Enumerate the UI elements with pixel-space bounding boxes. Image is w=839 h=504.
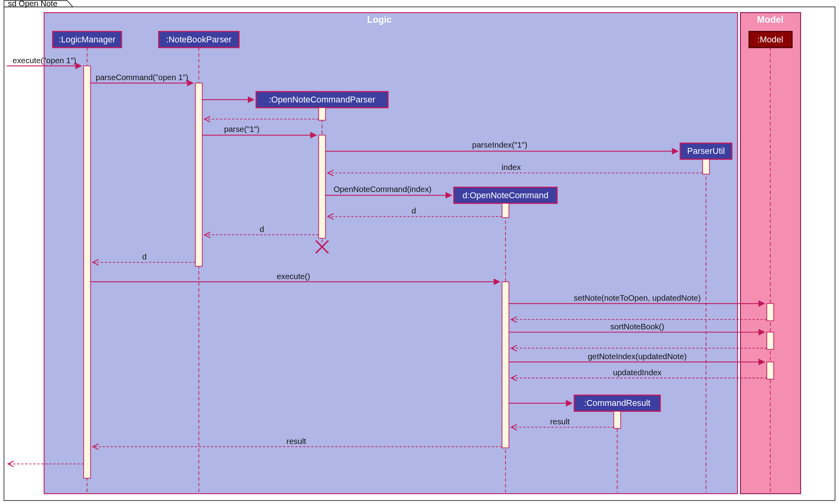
msg-create-cmd-label: OpenNoteCommand(index)	[333, 185, 432, 194]
diagram-title: sd Open Note	[8, 0, 57, 8]
msg-return-d1-label: d	[412, 206, 416, 215]
msg-execute-open-label: execute("open 1")	[13, 56, 76, 64]
msg-getnoteindex-label: getNoteIndex(updatedNote)	[588, 352, 687, 361]
participant-commandresult-label: :CommandResult	[584, 398, 650, 408]
msg-return-d2-label: d	[260, 225, 264, 234]
participant-notebookparser-label: :NoteBookParser	[166, 35, 232, 44]
msg-return-d3-label: d	[142, 252, 147, 261]
msg-parseindex-label: parseIndex("1")	[472, 141, 527, 149]
msg-index-label: index	[502, 163, 521, 172]
msg-updatedindex-label: updatedIndex	[613, 368, 662, 377]
participant-opennotecommandparser-label: :OpenNoteCommandParser	[269, 95, 375, 104]
act-model-2	[767, 332, 774, 349]
msg-parse-label: parse("1")	[224, 125, 259, 133]
act-model-1	[767, 303, 774, 321]
model-frame-title: Model	[757, 15, 783, 25]
participant-parserutil-label: ParserUtil	[687, 146, 725, 156]
msg-result-label1: result	[550, 417, 570, 426]
participant-model-label: :Model	[757, 35, 783, 44]
msg-parsecommand-label: parseCommand("open 1")	[96, 73, 189, 82]
logic-frame	[44, 13, 738, 494]
act-model-3	[767, 362, 774, 379]
msg-execute-cmd-label: execute()	[277, 272, 310, 281]
participant-logicmanager-label: :LogicManager	[59, 35, 115, 44]
act-opennotecommand-2	[502, 282, 509, 448]
msg-setnote-label: setNote(noteToOpen, updatedNote)	[574, 294, 701, 302]
act-notebookparser	[195, 83, 202, 267]
msg-sortnotebook-label: sortNoteBook()	[610, 322, 664, 331]
act-opennotecommandparser-1	[319, 108, 326, 120]
act-parserutil	[703, 159, 710, 174]
act-commandresult	[614, 411, 621, 429]
participant-opennotecommand-label: d:OpenNoteCommand	[462, 190, 548, 200]
act-opennotecommandparser-2	[319, 135, 326, 238]
act-logicmanager	[84, 66, 91, 478]
msg-result-label2: result	[286, 437, 306, 446]
act-opennotecommand-1	[502, 203, 509, 217]
sequence-diagram: sd Open Note Logic Model :LogicManager :…	[0, 0, 839, 504]
logic-frame-title: Logic	[367, 15, 392, 25]
